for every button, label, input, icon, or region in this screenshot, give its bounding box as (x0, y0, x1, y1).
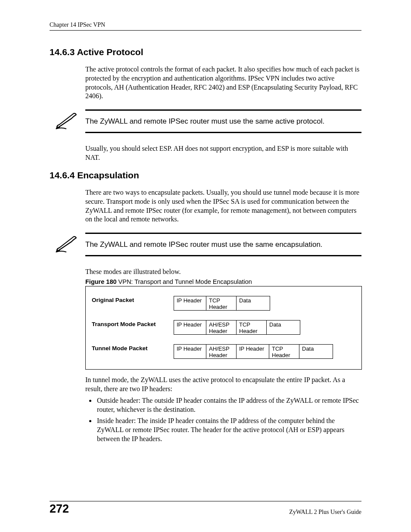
figure-number: Figure 180 (85, 278, 117, 285)
note-block: The ZyWALL and remote IPSec router must … (50, 233, 361, 256)
note-block: The ZyWALL and remote IPSec router must … (50, 109, 361, 133)
packet-row-tunnel: Tunnel Mode Packet IP Header AH/ESPHeade… (92, 344, 355, 359)
body-paragraph: These modes are illustrated below. (85, 268, 361, 277)
note-pencil-icon (55, 236, 78, 253)
page-footer: 272 ZyWALL 2 Plus User's Guide (50, 501, 361, 516)
packet-cell: IP Header (174, 296, 206, 311)
packet-row-label: Original Packet (92, 296, 174, 303)
packet-row-label: Transport Mode Packet (92, 320, 174, 327)
packet-cell: Data (267, 320, 300, 335)
packet-cell: AH/ESPHeader (206, 344, 237, 359)
section-heading-active-protocol: 14.6.3 Active Protocol (50, 47, 361, 57)
body-paragraph: Usually, you should select ESP. AH does … (85, 144, 361, 162)
packet-cell: TCPHeader (269, 344, 299, 359)
body-paragraph: The active protocol controls the format … (85, 65, 361, 101)
packet-cell: IP Header (237, 344, 269, 359)
note-text: The ZyWALL and remote IPSec router must … (85, 117, 361, 126)
page-number: 272 (50, 502, 69, 516)
bullet-list: Outside header: The outside IP header co… (96, 396, 361, 444)
packet-cell: TCPHeader (206, 296, 237, 311)
running-header: Chapter 14 IPSec VPN (50, 22, 361, 31)
body-paragraph: In tunnel mode, the ZyWALL uses the acti… (85, 376, 361, 394)
page: Chapter 14 IPSec VPN 14.6.3 Active Proto… (0, 0, 411, 532)
packet-row-label: Tunnel Mode Packet (92, 344, 174, 352)
packet-row-transport: Transport Mode Packet IP Header AH/ESPHe… (92, 320, 355, 335)
packet-cell: IP Header (174, 344, 206, 359)
packet-cell: Data (299, 344, 333, 359)
packet-cell: TCPHeader (237, 320, 267, 335)
note-text: The ZyWALL and remote IPSec router must … (85, 240, 361, 249)
figure-title: VPN: Transport and Tunnel Mode Encapsula… (117, 278, 252, 285)
body-paragraph: There are two ways to encapsulate packet… (85, 188, 361, 224)
bullet-item: Inside header: The inside IP header cont… (96, 417, 361, 443)
figure-encapsulation-diagram: Original Packet IP Header TCPHeader Data… (85, 286, 362, 370)
guide-title: ZyWALL 2 Plus User's Guide (289, 509, 361, 516)
section-heading-encapsulation: 14.6.4 Encapsulation (50, 170, 361, 180)
packet-cell: IP Header (174, 320, 206, 335)
packet-cell: AH/ESPHeader (206, 320, 237, 335)
packet-row-original: Original Packet IP Header TCPHeader Data (92, 296, 355, 311)
figure-caption: Figure 180 VPN: Transport and Tunnel Mod… (85, 278, 361, 285)
bullet-item: Outside header: The outside IP header co… (96, 396, 361, 414)
packet-cell: Data (237, 296, 270, 311)
note-pencil-icon (55, 112, 78, 130)
